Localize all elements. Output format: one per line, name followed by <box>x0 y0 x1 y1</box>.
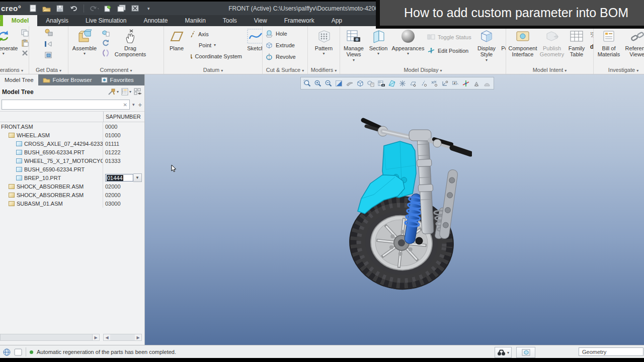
tree-show-button[interactable] <box>134 88 142 96</box>
scroll-right-icon[interactable]: ▶ <box>93 334 99 340</box>
tree-row[interactable]: BUSH_6590-62334.PRT01222 <box>0 148 144 156</box>
extrude-button[interactable]: Extrude <box>265 40 296 50</box>
tree-item-label[interactable]: BREP_10.PRT <box>24 175 61 181</box>
zoom-in-icon[interactable] <box>313 78 323 88</box>
saved-views-icon[interactable] <box>366 78 376 88</box>
component-interface-button[interactable]: Component Interface <box>507 28 538 58</box>
repeat-icon[interactable] <box>101 39 110 47</box>
redo-icon[interactable] <box>90 5 99 13</box>
hole-button[interactable]: Hole <box>265 28 296 39</box>
add-filter-icon[interactable]: + <box>137 101 143 109</box>
model-display-group-label[interactable]: Model Display ▾ <box>340 67 506 73</box>
clear-search-icon[interactable]: ✕ <box>121 102 129 108</box>
tree-row[interactable]: SHOCK_ABSORBER.ASM02000 <box>0 182 144 191</box>
section-button[interactable]: Section▾ <box>366 28 390 56</box>
manage-views-button[interactable]: Manage Views▾ <box>341 28 366 63</box>
tab-tools[interactable]: Tools <box>214 15 246 26</box>
tree-item-label[interactable]: SHOCK_ABSORBER.ASM <box>17 184 84 190</box>
axis-display-icon[interactable] <box>419 78 429 88</box>
tree-row[interactable]: CROSS_AXLE_07_44294-62331.PRT01111 <box>0 139 144 148</box>
mirror-icon[interactable] <box>101 49 110 57</box>
sapnumber-edit-combo[interactable]: 01444▼ <box>105 173 142 182</box>
qat-dropdown-icon[interactable]: ▾ <box>144 5 153 13</box>
open-icon[interactable] <box>42 5 51 13</box>
zoom-region-icon[interactable] <box>302 78 312 88</box>
repaint-icon[interactable] <box>345 78 355 88</box>
ghost-icon[interactable] <box>482 78 492 88</box>
close-window-icon[interactable] <box>130 5 139 13</box>
display-style-button[interactable]: Display Style▾ <box>474 28 499 63</box>
undo-icon[interactable] <box>69 5 78 13</box>
datum-display-icon[interactable] <box>397 78 408 88</box>
get-data-box-icon[interactable] <box>44 51 53 59</box>
tab-app[interactable]: App <box>323 15 351 26</box>
tree-row[interactable]: SUBASM_01.ASM03000 <box>0 199 144 208</box>
tree-row[interactable]: SHOCK_ABSORBER.ASM02000 <box>0 191 144 199</box>
window-icon[interactable] <box>117 5 126 13</box>
tree-item-label[interactable]: BUSH_6590-62334.PRT <box>24 166 85 172</box>
tree-item-label[interactable]: WHEEL_75_X_17_MOTORCYCLE_-62337.PRT <box>24 158 103 164</box>
dragger-display-icon[interactable] <box>471 78 481 88</box>
sketch-button[interactable]: Sketch <box>244 28 263 52</box>
zoom-out-icon[interactable] <box>324 78 334 88</box>
family-table-button[interactable]: Family Table <box>566 28 588 58</box>
find-dropdown-icon[interactable]: ▾ <box>507 350 509 355</box>
tab-manikin[interactable]: Manikin <box>176 15 214 26</box>
tab-analysis[interactable]: Analysis <box>37 15 77 26</box>
paste-icon[interactable] <box>21 39 30 47</box>
operations-group-label[interactable]: Operations ▾ <box>0 67 29 73</box>
tab-folder-browser[interactable]: Folder Browser <box>38 74 97 85</box>
sapnumber-cell[interactable]: 01000 <box>103 131 144 139</box>
tree-item-label[interactable]: BUSH_6590-62334.PRT <box>24 149 85 155</box>
tree-item-label[interactable]: SUBASM_01.ASM <box>17 201 63 207</box>
include-icon[interactable] <box>101 29 110 37</box>
appearances-button[interactable]: Appearances▾ <box>390 28 426 56</box>
get-data-group-label[interactable]: Get Data ▾ <box>29 67 68 73</box>
sapnumber-cell[interactable]: 01333 <box>103 156 144 165</box>
datum-group-label[interactable]: Datum ▾ <box>164 67 262 73</box>
sapnumber-cell[interactable]: 02000 <box>103 191 144 199</box>
drag-components-button[interactable]: Drag Components <box>112 28 149 58</box>
tab-favorites[interactable]: Favorites <box>97 74 138 85</box>
cut-surface-group-label[interactable]: Cut & Surface ▾ <box>263 67 307 73</box>
tab-annotate[interactable]: Annotate <box>135 15 176 26</box>
refit-icon[interactable] <box>334 78 344 88</box>
tab-model[interactable]: Model <box>3 15 38 26</box>
tree-item-label[interactable]: FRONT.ASM <box>1 124 33 130</box>
perspective-icon[interactable] <box>387 78 397 88</box>
import-icon[interactable] <box>44 29 53 37</box>
copy-icon[interactable] <box>21 29 30 37</box>
sapnumber-cell[interactable]: 03000 <box>103 199 144 208</box>
motorcycle-front-assembly-model[interactable] <box>339 109 472 295</box>
modifiers-group-label[interactable]: Modifiers ▾ <box>308 67 340 73</box>
tree-name-column-header[interactable] <box>0 112 104 122</box>
tree-row[interactable]: BUSH_6590-62334.PRT <box>0 165 144 173</box>
point-button[interactable]: Point▾ <box>190 40 242 50</box>
tree-horizontal-scrollbar[interactable]: ▶ <box>0 334 100 341</box>
sapnumber-cell[interactable] <box>103 165 144 173</box>
tab-framework[interactable]: Framework <box>276 15 323 26</box>
select-in-box-button[interactable] <box>516 347 535 358</box>
tree-item-label[interactable]: CROSS_AXLE_07_44294-62331.PRT <box>24 141 103 147</box>
tab-model-tree[interactable]: Model Tree <box>0 74 38 85</box>
tree-settings-button[interactable]: ▾ <box>121 88 131 96</box>
assemble-button[interactable]: Assemble▾ <box>69 28 100 56</box>
receive-icon[interactable] <box>44 40 53 48</box>
publish-geometry-button[interactable]: Publish Geometry <box>538 28 566 58</box>
regenerate-button[interactable]: Regenerate▾ <box>0 28 19 56</box>
sapnumber-dropdown-icon[interactable]: ▼ <box>133 173 142 182</box>
parameters-icon[interactable]: d= <box>589 43 594 51</box>
tree-row[interactable]: FRONT.ASM0000 <box>0 122 144 131</box>
revolve-button[interactable]: Revolve <box>265 51 296 62</box>
sapnumber-cell[interactable]: 01222 <box>103 148 144 156</box>
perspective-view-button[interactable]: Perspective View <box>499 28 506 58</box>
sapnumber-cell[interactable]: 0000 <box>103 122 144 131</box>
csys-display-icon[interactable] <box>440 78 450 88</box>
model-check-icon[interactable] <box>14 348 22 356</box>
selection-filter-combobox[interactable]: Geometry <box>579 347 643 356</box>
point-display-icon[interactable] <box>429 78 439 88</box>
save-icon[interactable] <box>55 5 64 13</box>
model-intent-group-label[interactable]: Model Intent ▾ <box>506 67 593 73</box>
tree-row[interactable]: WHEEL_75_X_17_MOTORCYCLE_-62337.PRT01333 <box>0 156 144 165</box>
tree-row[interactable]: BREP_10.PRT01444▼ <box>0 173 144 182</box>
